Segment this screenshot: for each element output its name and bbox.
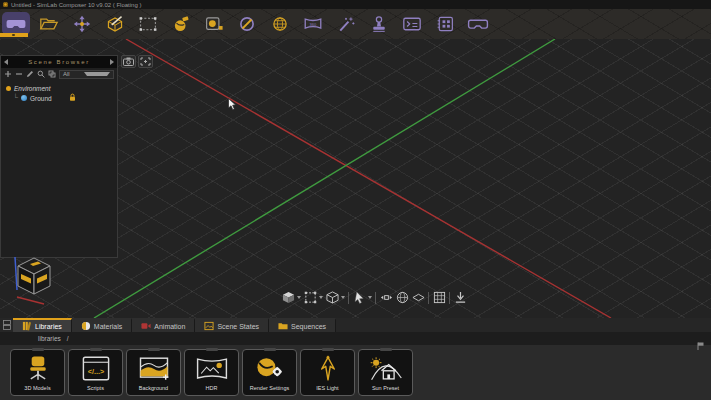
folder-icon xyxy=(278,321,288,331)
tab-label: Sequences xyxy=(291,323,326,330)
hdr-panorama-icon xyxy=(194,352,230,385)
flat-plane-icon[interactable] xyxy=(411,291,425,305)
chevron-down-icon xyxy=(84,72,111,76)
move-tool-icon[interactable] xyxy=(68,12,96,35)
vr-headset-outline-icon[interactable] xyxy=(464,12,492,35)
globe-icon[interactable] xyxy=(266,12,294,35)
background-image-icon xyxy=(136,352,172,385)
card-scripts[interactable]: </...> Scripts xyxy=(68,349,123,396)
tree-item-environment[interactable]: Environment xyxy=(6,83,117,93)
viewport-toolbar xyxy=(281,289,467,306)
card-3d-models[interactable]: 3D Models xyxy=(10,349,65,396)
selection-rect-icon[interactable] xyxy=(134,12,162,35)
layers-icon[interactable] xyxy=(48,70,56,78)
filter-dropdown[interactable]: All xyxy=(59,70,114,79)
focus-expand-icon[interactable] xyxy=(138,55,153,68)
mouse-cursor xyxy=(228,97,237,115)
card-background[interactable]: Background xyxy=(126,349,181,396)
render-gear-icon xyxy=(252,352,288,385)
tab-label: Animation xyxy=(154,323,185,330)
navigation-cube[interactable] xyxy=(4,250,60,310)
remove-icon[interactable] xyxy=(15,70,23,78)
svg-text:</...>: </...> xyxy=(87,366,103,375)
stamp-tool-icon[interactable] xyxy=(365,12,393,35)
panel-layout-icon[interactable] xyxy=(0,318,13,332)
svg-text:360: 360 xyxy=(310,22,318,27)
lock-icon[interactable] xyxy=(69,93,76,103)
tab-label: Scene States xyxy=(217,323,259,330)
ies-arrow-icon xyxy=(310,352,346,385)
chevron-down-icon[interactable] xyxy=(341,296,345,299)
separator xyxy=(375,292,376,304)
tree-item-ground[interactable]: └ Ground xyxy=(6,93,117,103)
card-label: HDR xyxy=(206,385,218,391)
breadcrumb-root[interactable]: libraries xyxy=(38,335,61,342)
tab-materials[interactable]: Materials xyxy=(72,318,132,332)
screenshot-camera-icon[interactable] xyxy=(121,55,136,68)
tab-scene-states[interactable]: Scene States xyxy=(195,318,269,332)
tab-label: Libraries xyxy=(35,323,62,330)
import-down-icon[interactable] xyxy=(453,291,467,305)
hide-tool-icon[interactable] xyxy=(233,12,261,35)
open-file-icon[interactable] xyxy=(35,12,63,35)
magic-wand-icon[interactable] xyxy=(332,12,360,35)
tab-sequences[interactable]: Sequences xyxy=(269,318,336,332)
tree-item-label: Environment xyxy=(14,85,51,92)
wireframe-cube-icon[interactable] xyxy=(303,291,317,305)
vr-headset-icon[interactable] xyxy=(2,12,30,35)
notebook-icon[interactable] xyxy=(431,12,459,35)
render-ball-icon[interactable] xyxy=(167,12,195,35)
window-title: Untitled - SimLab Composer 10 v9.02 ( Fl… xyxy=(11,2,141,8)
tab-label: Materials xyxy=(94,323,122,330)
chevron-down-icon[interactable] xyxy=(319,296,323,299)
separator xyxy=(348,292,349,304)
scene-browser-header[interactable]: Scene Browser xyxy=(1,56,117,68)
material-sphere-icon xyxy=(81,321,91,331)
scene-browser-panel: Scene Browser All Environment └ Ground xyxy=(0,55,118,258)
tab-animation[interactable]: Animation xyxy=(132,318,195,332)
tree-item-label: Ground xyxy=(30,95,52,102)
screen-360-icon[interactable]: 360 xyxy=(299,12,327,35)
solid-cube-icon[interactable] xyxy=(325,291,339,305)
bottom-tab-bar: Libraries Materials Animation Scene Stat… xyxy=(0,318,711,332)
collapse-right-icon[interactable] xyxy=(110,59,114,65)
toolbar-page-indicator[interactable] xyxy=(0,33,28,37)
tab-libraries[interactable]: Libraries xyxy=(13,318,72,332)
transform-handles-icon[interactable] xyxy=(379,291,393,305)
grid-icon[interactable] xyxy=(432,291,446,305)
scene-state-icon xyxy=(204,321,214,331)
separator xyxy=(449,292,450,304)
card-ies-light[interactable]: IES Light xyxy=(300,349,355,396)
card-label: Scripts xyxy=(87,385,104,391)
search-icon[interactable] xyxy=(37,70,45,78)
card-sun-preset[interactable]: Sun Preset xyxy=(358,349,413,396)
pin-flag-icon[interactable] xyxy=(697,336,705,354)
ground-object-icon xyxy=(21,95,27,101)
card-label: 3D Models xyxy=(24,385,50,391)
scene-tree: Environment └ Ground xyxy=(1,80,117,103)
card-label: Background xyxy=(139,385,168,391)
chevron-down-icon[interactable] xyxy=(297,296,301,299)
scene-browser-toolbar: All xyxy=(1,68,117,80)
card-label: Sun Preset xyxy=(372,385,399,391)
textured-sphere-icon[interactable] xyxy=(395,291,409,305)
panel-side-buttons xyxy=(121,55,153,68)
edit-geometry-icon[interactable] xyxy=(101,12,129,35)
library-cards: 3D Models </...> Scripts Background HDR … xyxy=(0,345,711,400)
add-icon[interactable] xyxy=(4,70,12,78)
select-cursor-icon[interactable] xyxy=(352,291,366,305)
pen-icon[interactable] xyxy=(26,70,34,78)
breadcrumb-separator: / xyxy=(67,335,69,342)
breadcrumb: libraries / xyxy=(0,332,711,345)
card-hdr[interactable]: HDR xyxy=(184,349,239,396)
scene-browser-title: Scene Browser xyxy=(8,59,110,65)
chevron-down-icon[interactable] xyxy=(368,296,372,299)
chair-icon xyxy=(20,352,56,385)
title-bar: Untitled - SimLab Composer 10 v9.02 ( Fl… xyxy=(0,0,711,9)
card-render-settings[interactable]: Render Settings xyxy=(242,349,297,396)
shaded-cube-icon[interactable] xyxy=(281,291,295,305)
texture-editor-icon[interactable] xyxy=(200,12,228,35)
main-toolbar: 360 xyxy=(0,9,711,39)
tree-elbow: └ xyxy=(13,95,18,101)
console-settings-icon[interactable] xyxy=(398,12,426,35)
